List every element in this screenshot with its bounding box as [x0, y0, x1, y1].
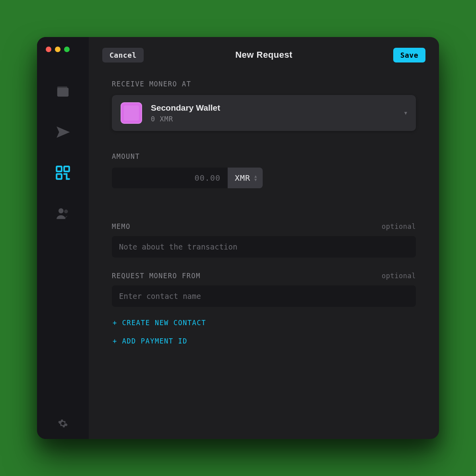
- cancel-button[interactable]: Cancel: [102, 48, 144, 62]
- app-window: Cancel New Request Save RECEIVE MONERO A…: [37, 37, 439, 439]
- svg-rect-4: [57, 174, 62, 179]
- sidebar: [37, 37, 89, 439]
- memo-input[interactable]: [112, 236, 416, 258]
- amount-label: AMOUNT: [112, 152, 416, 160]
- window-close-button[interactable]: [46, 47, 51, 52]
- svg-point-6: [64, 210, 68, 214]
- wallet-balance: 0 XMR: [151, 115, 396, 123]
- currency-label: XMR: [235, 173, 250, 183]
- create-contact-label: CREATE NEW CONTACT: [122, 319, 206, 327]
- create-contact-link[interactable]: + CREATE NEW CONTACT: [112, 317, 416, 328]
- stepper-icon: ▲▼: [254, 175, 257, 181]
- wallet-selector[interactable]: Secondary Wallet 0 XMR ▼: [112, 95, 416, 131]
- window-traffic-lights: [46, 47, 70, 52]
- window-maximize-button[interactable]: [64, 47, 70, 52]
- amount-row: XMR ▲▼: [112, 168, 243, 188]
- svg-point-5: [59, 208, 64, 213]
- svg-rect-1: [57, 86, 67, 89]
- add-payment-id-link[interactable]: + ADD PAYMENT ID: [112, 336, 416, 347]
- svg-rect-3: [64, 166, 69, 172]
- receive-at-label: RECEIVE MONERO AT: [112, 80, 416, 88]
- request-from-optional-label: optional: [382, 272, 416, 280]
- wallet-icon[interactable]: [55, 84, 70, 99]
- request-from-label: REQUEST MONERO FROM: [112, 272, 201, 280]
- request-form: RECEIVE MONERO AT Secondary Wallet 0 XMR…: [102, 80, 425, 347]
- save-button[interactable]: Save: [393, 48, 425, 62]
- add-payment-id-label: ADD PAYMENT ID: [122, 337, 187, 345]
- contacts-icon[interactable]: [55, 206, 70, 221]
- memo-label: MEMO: [112, 222, 131, 230]
- wallet-info: Secondary Wallet 0 XMR: [151, 103, 396, 123]
- sidebar-nav: [55, 84, 70, 418]
- send-icon[interactable]: [55, 125, 70, 140]
- plus-icon: +: [113, 337, 117, 345]
- main-content: Cancel New Request Save RECEIVE MONERO A…: [89, 37, 439, 439]
- amount-input[interactable]: [112, 168, 228, 188]
- settings-gear-icon[interactable]: [58, 418, 68, 429]
- wallet-name: Secondary Wallet: [151, 103, 396, 113]
- currency-selector[interactable]: XMR ▲▼: [228, 168, 263, 188]
- wallet-color-swatch: [121, 102, 142, 124]
- contact-input[interactable]: [112, 285, 416, 307]
- plus-icon: +: [113, 319, 117, 327]
- chevron-down-icon: ▼: [404, 110, 407, 116]
- memo-optional-label: optional: [382, 222, 416, 230]
- window-minimize-button[interactable]: [55, 47, 60, 52]
- receive-qr-icon[interactable]: [55, 165, 70, 180]
- header: Cancel New Request Save: [102, 46, 425, 64]
- svg-rect-2: [57, 166, 62, 172]
- svg-rect-0: [57, 88, 69, 97]
- page-title: New Request: [102, 50, 425, 60]
